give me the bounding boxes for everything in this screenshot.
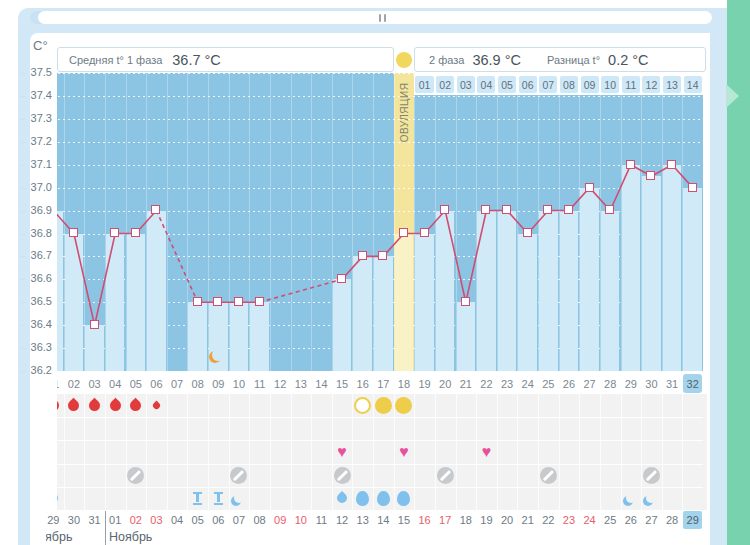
- cycle-day-06[interactable]: 06: [147, 374, 166, 393]
- temp-point-day-22[interactable]: [481, 205, 490, 214]
- menstruation-and-tests-cell-day-16[interactable]: [352, 394, 373, 417]
- cycle-day-19[interactable]: 19: [415, 374, 434, 393]
- cycle-day-09[interactable]: 09: [209, 374, 228, 393]
- cycle-day-03[interactable]: 03: [85, 374, 104, 393]
- temp-point-day-27[interactable]: [585, 183, 594, 192]
- cycle-day-29[interactable]: 29: [622, 374, 641, 393]
- medication-cell-day-25[interactable]: [538, 464, 559, 487]
- cycle-day-04[interactable]: 04: [106, 374, 125, 393]
- cycle-day-32[interactable]: 32: [683, 374, 702, 393]
- calendar-date-21[interactable]: 21: [518, 511, 537, 529]
- menstruation-and-tests-cell-day-3[interactable]: [84, 394, 105, 417]
- menstruation-and-tests-cell-day-2[interactable]: [64, 394, 85, 417]
- horizontal-scrollbar-handle[interactable]: [38, 11, 712, 24]
- cycle-day-30[interactable]: 30: [642, 374, 661, 393]
- medication-cell-day-5[interactable]: [126, 464, 147, 487]
- calendar-date-02[interactable]: 02: [127, 511, 146, 529]
- discharge-cell-day-30[interactable]: [641, 487, 662, 510]
- temp-point-day-2[interactable]: [69, 228, 78, 237]
- temp-point-day-5[interactable]: [131, 228, 140, 237]
- cycle-day-26[interactable]: 26: [560, 374, 579, 393]
- calendar-date-04[interactable]: 04: [168, 511, 187, 529]
- calendar-date-06[interactable]: 06: [209, 511, 228, 529]
- temp-point-day-23[interactable]: [502, 205, 511, 214]
- next-arrow-icon[interactable]: [726, 84, 739, 108]
- temp-point-day-3[interactable]: [90, 320, 99, 329]
- cycle-day-17[interactable]: 17: [374, 374, 393, 393]
- cycle-day-18[interactable]: 18: [395, 374, 414, 393]
- temp-point-day-16[interactable]: [358, 251, 367, 260]
- temp-point-day-19[interactable]: [420, 228, 429, 237]
- calendar-date-03[interactable]: 03: [147, 511, 166, 529]
- medication-cell-day-30[interactable]: [641, 464, 662, 487]
- calendar-date-12[interactable]: 12: [333, 511, 352, 529]
- temp-point-day-10[interactable]: [234, 297, 243, 306]
- calendar-date-28[interactable]: 28: [663, 511, 682, 529]
- cycle-day-05[interactable]: 05: [127, 374, 146, 393]
- temp-point-day-11[interactable]: [255, 297, 264, 306]
- temp-point-day-28[interactable]: [605, 205, 614, 214]
- discharge-cell-day-29[interactable]: [621, 487, 642, 510]
- discharge-cell-day-17[interactable]: [373, 487, 394, 510]
- calendar-date-19[interactable]: 19: [477, 511, 496, 529]
- cycle-day-22[interactable]: 22: [477, 374, 496, 393]
- temp-point-day-17[interactable]: [378, 251, 387, 260]
- cycle-day-27[interactable]: 27: [580, 374, 599, 393]
- calendar-date-22[interactable]: 22: [539, 511, 558, 529]
- discharge-cell-day-9[interactable]: [208, 487, 229, 510]
- cycle-day-12[interactable]: 12: [271, 374, 290, 393]
- calendar-date-29[interactable]: 29: [683, 511, 702, 529]
- temp-point-day-24[interactable]: [523, 228, 532, 237]
- cycle-day-28[interactable]: 28: [601, 374, 620, 393]
- calendar-date-29[interactable]: 29: [46, 511, 63, 529]
- cycle-day-07[interactable]: 07: [168, 374, 187, 393]
- temp-point-day-32[interactable]: [688, 183, 697, 192]
- cycle-day-24[interactable]: 24: [518, 374, 537, 393]
- discharge-cell-day-18[interactable]: [394, 487, 415, 510]
- discharge-cell-day-1[interactable]: [57, 487, 64, 510]
- calendar-date-13[interactable]: 13: [353, 511, 372, 529]
- calendar-date-24[interactable]: 24: [580, 511, 599, 529]
- temp-point-day-21[interactable]: [461, 297, 470, 306]
- discharge-cell-day-10[interactable]: [229, 487, 250, 510]
- cycle-day-01[interactable]: 01: [57, 374, 63, 393]
- calendar-date-20[interactable]: 20: [498, 511, 517, 529]
- menstruation-and-tests-cell-day-18[interactable]: [394, 394, 415, 417]
- cycle-day-25[interactable]: 25: [539, 374, 558, 393]
- calendar-date-18[interactable]: 18: [457, 511, 476, 529]
- calendar-date-26[interactable]: 26: [622, 511, 641, 529]
- calendar-date-14[interactable]: 14: [374, 511, 393, 529]
- menstruation-and-tests-cell-day-17[interactable]: [373, 394, 394, 417]
- cycle-day-11[interactable]: 11: [250, 374, 269, 393]
- temp-point-day-25[interactable]: [543, 205, 552, 214]
- temp-point-day-15[interactable]: [337, 274, 346, 283]
- calendar-date-23[interactable]: 23: [560, 511, 579, 529]
- calendar-date-07[interactable]: 07: [230, 511, 249, 529]
- calendar-date-11[interactable]: 11: [312, 511, 331, 529]
- calendar-date-25[interactable]: 25: [601, 511, 620, 529]
- cycle-day-16[interactable]: 16: [353, 374, 372, 393]
- calendar-date-30[interactable]: 30: [65, 511, 84, 529]
- intercourse-cell-day-18[interactable]: ♥: [394, 440, 415, 463]
- calendar-date-17[interactable]: 17: [436, 511, 455, 529]
- temp-point-day-31[interactable]: [667, 160, 676, 169]
- calendar-date-10[interactable]: 10: [292, 511, 311, 529]
- temp-point-day-4[interactable]: [110, 228, 119, 237]
- medication-cell-day-20[interactable]: [435, 464, 456, 487]
- temp-point-day-29[interactable]: [626, 160, 635, 169]
- calendar-date-31[interactable]: 31: [85, 511, 104, 529]
- calendar-date-09[interactable]: 09: [271, 511, 290, 529]
- cycle-day-14[interactable]: 14: [312, 374, 331, 393]
- calendar-date-15[interactable]: 15: [395, 511, 414, 529]
- cycle-day-20[interactable]: 20: [436, 374, 455, 393]
- cycle-day-02[interactable]: 02: [65, 374, 84, 393]
- temp-point-day-20[interactable]: [440, 205, 449, 214]
- cycle-day-10[interactable]: 10: [230, 374, 249, 393]
- temp-point-day-9[interactable]: [213, 297, 222, 306]
- medication-cell-day-10[interactable]: [229, 464, 250, 487]
- medication-cell-day-15[interactable]: [332, 464, 353, 487]
- intercourse-cell-day-22[interactable]: ♥: [476, 440, 497, 463]
- calendar-date-05[interactable]: 05: [188, 511, 207, 529]
- discharge-cell-day-15[interactable]: [332, 487, 353, 510]
- discharge-cell-day-8[interactable]: [187, 487, 208, 510]
